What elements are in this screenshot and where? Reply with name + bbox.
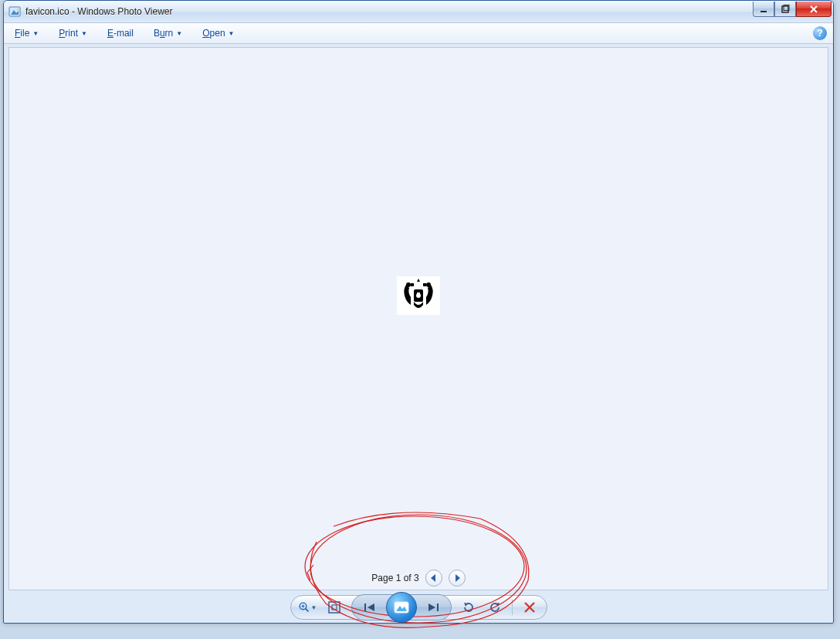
window-title: favicon.ico - Windows Photo Viewer [25,6,173,17]
menu-burn[interactable]: Burn ▼ [149,25,187,42]
svg-marker-18 [456,574,460,582]
bottom-toolbar: ▼ [4,592,833,623]
displayed-image [397,276,440,315]
svg-rect-23 [329,602,340,613]
page-label: Page 1 of 3 [371,573,418,583]
minimize-button[interactable] [753,2,774,17]
svg-marker-29 [428,604,435,611]
menubar: File ▼ Print ▼ E-mail Burn ▼ Open ▼ ? [4,22,833,44]
help-icon: ? [817,28,822,39]
toolbar-separator [512,600,513,615]
svg-point-2 [17,8,19,11]
toolbar-pill: ▼ [290,595,547,620]
svg-rect-14 [417,292,420,294]
svg-point-11 [406,282,411,287]
svg-rect-24 [332,605,337,610]
svg-rect-4 [782,6,788,12]
menu-file[interactable]: File ▼ [10,25,43,42]
menu-open[interactable]: Open ▼ [198,25,239,42]
next-image-button[interactable] [415,596,449,619]
prev-page-button[interactable] [425,570,442,587]
slideshow-button[interactable] [386,592,417,623]
nav-group [351,594,452,620]
maximize-button[interactable] [774,2,796,17]
menu-print[interactable]: Print ▼ [54,25,92,42]
application-window: favicon.ico - Windows Photo Viewer File … [3,0,834,624]
delete-button[interactable] [520,598,539,617]
titlebar[interactable]: favicon.ico - Windows Photo Viewer [4,1,833,22]
app-icon [8,5,21,18]
close-button[interactable] [796,2,832,17]
svg-line-20 [305,609,308,612]
rotate-cw-button[interactable] [486,598,504,617]
prev-image-button[interactable] [354,596,388,619]
help-button[interactable]: ? [813,26,827,40]
svg-point-12 [426,282,431,287]
chevron-down-icon: ▼ [81,30,87,37]
fit-to-screen-button[interactable] [325,598,344,617]
chevron-down-icon: ▼ [176,30,182,37]
chevron-down-icon: ▼ [311,604,317,611]
svg-rect-25 [364,604,366,611]
svg-marker-17 [431,574,435,582]
svg-rect-10 [423,283,426,286]
page-indicator-row: Page 1 of 3 [9,570,828,587]
zoom-button[interactable]: ▼ [299,598,317,617]
image-canvas[interactable]: Page 1 of 3 [8,47,828,590]
chevron-down-icon: ▼ [32,30,39,37]
chevron-down-icon: ▼ [229,30,235,37]
svg-rect-30 [437,604,439,611]
svg-rect-9 [411,283,414,286]
menu-email[interactable]: E-mail [103,25,138,42]
next-page-button[interactable] [449,570,466,587]
rotate-ccw-button[interactable] [459,598,478,617]
svg-marker-26 [368,604,374,611]
